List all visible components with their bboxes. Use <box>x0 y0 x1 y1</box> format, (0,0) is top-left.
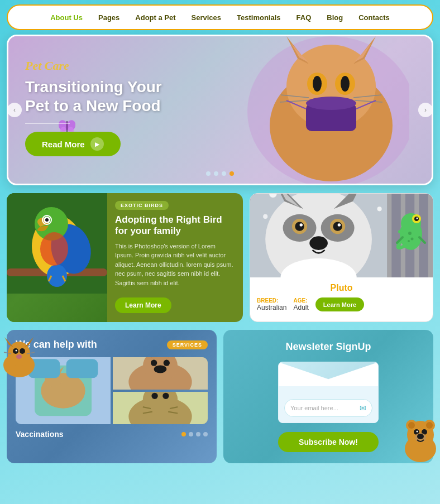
svg-point-84 <box>151 393 157 399</box>
bird-card: EXOTIC BIRDS Adopting the Right Bird for… <box>7 193 243 322</box>
services-footer-text: Vaccinations <box>16 430 64 439</box>
newsletter-title: Newsleter SignUp <box>285 341 371 353</box>
svg-point-85 <box>162 393 169 399</box>
svg-point-9 <box>313 76 322 92</box>
services-card: We can help with SERVICES <box>7 330 217 463</box>
bird-image <box>7 193 107 322</box>
svg-point-74 <box>154 365 167 373</box>
services-footer: Vaccinations <box>16 430 208 439</box>
newsletter-card: Newsleter SignUp Your email here... ✉ Su… <box>223 330 433 463</box>
hero-divider <box>25 123 70 124</box>
svg-point-49 <box>333 222 342 231</box>
newsletter-envelope: Your email here... ✉ <box>278 362 379 423</box>
hero-next-arrow[interactable]: › <box>418 103 433 117</box>
svg-point-50 <box>300 223 303 226</box>
hero-banner: Pet Care Transitioning Your Pet to a New… <box>7 35 433 185</box>
hero-prev-arrow[interactable]: ‹ <box>7 103 22 117</box>
svg-point-48 <box>295 222 304 231</box>
hero-dot-4[interactable] <box>229 171 234 176</box>
hero-dot-3[interactable] <box>222 171 226 176</box>
nav-item-adopt[interactable]: Adopt a Pet <box>127 10 183 25</box>
envelope-body: Your email here... ✉ <box>279 386 378 423</box>
svg-rect-39 <box>401 194 405 277</box>
svg-point-60 <box>263 214 267 219</box>
nav-item-services[interactable]: Services <box>184 10 229 25</box>
bird-description: This is Photoshop's version of Lorem Ips… <box>115 242 235 288</box>
services-pagination <box>181 432 208 436</box>
nav-item-contacts[interactable]: Contacts <box>351 10 398 25</box>
svg-point-34 <box>40 232 68 266</box>
dog-metadata: BREED: Australian AGE: Adult Learn More <box>257 297 426 311</box>
nav-item-faq[interactable]: FAQ <box>289 10 319 25</box>
hero-dot-1[interactable] <box>206 171 211 176</box>
service-image-3 <box>113 392 208 424</box>
email-input-area[interactable]: Your email here... ✉ <box>284 399 372 417</box>
services-tag: SERVICES <box>167 340 208 349</box>
svg-point-52 <box>309 236 328 250</box>
dog-image <box>250 194 433 277</box>
hero-dot-2[interactable] <box>214 171 218 176</box>
service-image-1 <box>16 357 111 424</box>
svg-point-51 <box>338 223 341 226</box>
hero-content: Pet Care Transitioning Your Pet to a New… <box>25 59 170 156</box>
bird-title: Adopting the Right Bird for your family <box>115 214 235 237</box>
cards-row: EXOTIC BIRDS Adopting the Right Bird for… <box>7 193 433 322</box>
svg-point-59 <box>377 207 382 211</box>
nav-item-about[interactable]: About Us <box>42 10 90 25</box>
email-placeholder: Your email here... <box>290 405 360 411</box>
hero-cta-button[interactable]: Read More ▶ <box>25 132 121 156</box>
dog-name: Pluto <box>257 283 426 293</box>
services-dot-3[interactable] <box>196 432 200 436</box>
services-header: We can help with SERVICES <box>16 339 208 351</box>
navigation: About Us Pages Adopt a Pet Services Test… <box>7 4 433 30</box>
svg-rect-40 <box>414 194 419 277</box>
services-images <box>16 357 208 424</box>
dog-age: AGE: Adult <box>293 297 308 311</box>
svg-point-73 <box>164 360 170 366</box>
dog-learn-button[interactable]: Learn More <box>315 297 364 311</box>
play-icon: ▶ <box>90 137 104 151</box>
subscribe-button[interactable]: Subscribe Now! <box>278 432 379 452</box>
svg-rect-67 <box>28 359 60 378</box>
bird-tag: EXOTIC BIRDS <box>115 201 169 210</box>
bird-text-area: EXOTIC BIRDS Adopting the Right Bird for… <box>107 193 243 322</box>
nav-item-pages[interactable]: Pages <box>90 10 127 25</box>
nav-item-testimonials[interactable]: Testimonials <box>229 10 289 25</box>
email-icon: ✉ <box>360 404 366 412</box>
svg-point-29 <box>47 265 67 287</box>
dog-card: Pluto BREED: Australian AGE: Adult Learn… <box>250 193 433 322</box>
services-title: We can help with <box>16 339 97 351</box>
svg-point-32 <box>45 218 49 222</box>
services-dot-4[interactable] <box>203 432 208 436</box>
svg-rect-68 <box>66 359 98 378</box>
hero-pagination <box>206 171 234 176</box>
svg-point-17 <box>306 97 356 110</box>
bottom-row: We can help with SERVICES <box>7 330 433 463</box>
services-dot-1[interactable] <box>181 432 186 436</box>
dog-info: Pluto BREED: Australian AGE: Adult Learn… <box>250 277 433 321</box>
services-dot-2[interactable] <box>189 432 193 436</box>
hero-subtitle: Pet Care <box>25 59 170 73</box>
svg-point-72 <box>151 360 157 366</box>
svg-rect-38 <box>387 194 391 277</box>
hero-title: Transitioning Your Pet to a New Food <box>25 78 170 115</box>
svg-point-10 <box>341 76 350 92</box>
bird-learn-button[interactable]: Learn More <box>115 297 171 313</box>
nav-item-blog[interactable]: Blog <box>319 10 351 25</box>
service-image-2 <box>113 357 208 390</box>
dog-breed: BREED: Australian <box>257 297 286 311</box>
svg-rect-41 <box>428 194 433 277</box>
